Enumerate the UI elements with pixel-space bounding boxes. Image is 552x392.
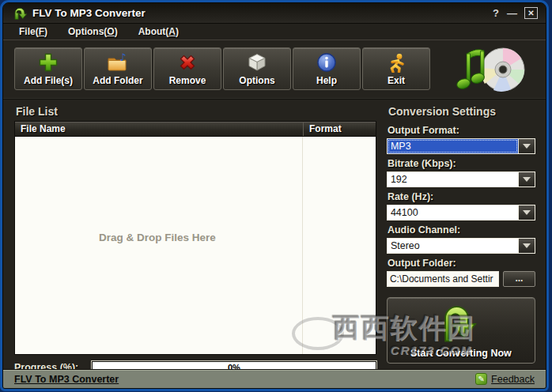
chevron-down-icon — [523, 210, 531, 215]
help-button[interactable]: Help — [293, 47, 361, 90]
output-format-label: Output Format: — [388, 125, 535, 136]
rate-select[interactable]: 44100 — [387, 205, 535, 220]
window-title: FLV To MP3 Converter — [32, 7, 146, 19]
remove-button[interactable]: Remove — [153, 47, 221, 90]
menu-options[interactable]: Options(O) — [68, 26, 118, 37]
minimize-button[interactable]: — — [507, 7, 516, 19]
help-titlebar-button[interactable]: ? — [493, 7, 499, 19]
drag-drop-hint: Drag & Drop Files Here — [15, 232, 300, 243]
output-format-select[interactable]: MP3 — [387, 138, 535, 154]
file-list-title: File List — [14, 103, 376, 121]
rate-value: 44100 — [388, 205, 518, 220]
feedback-link-wrap[interactable]: ✎ Feedback — [475, 373, 535, 385]
output-folder-label: Output Folder: — [388, 258, 535, 269]
menu-bar: File(F) Options(O) About(A) — [3, 24, 546, 40]
column-header-format[interactable]: Format — [303, 122, 376, 136]
file-list-table[interactable]: File Name Format Drag & Drop Files Here — [14, 121, 376, 355]
menu-file[interactable]: File(F) — [19, 26, 47, 37]
audio-channel-select[interactable]: Stereo — [387, 238, 535, 254]
column-divider — [302, 137, 303, 354]
remove-icon — [177, 51, 198, 74]
add-folder-button[interactable]: ♪ Add Folder — [84, 47, 152, 90]
add-files-icon — [38, 51, 59, 74]
convert-arrow-icon — [438, 300, 484, 345]
output-format-dropdown-button[interactable] — [518, 139, 535, 153]
app-logo-icon — [13, 6, 27, 21]
audio-channel-dropdown-button[interactable] — [518, 239, 535, 253]
add-files-button[interactable]: Add File(s) — [14, 47, 82, 90]
exit-icon — [386, 51, 406, 74]
output-folder-field[interactable] — [387, 271, 499, 287]
bitrate-dropdown-button[interactable] — [518, 172, 535, 187]
svg-text:♪: ♪ — [119, 52, 126, 63]
options-button[interactable]: Options — [223, 47, 291, 90]
app-window: FLV To MP3 Converter ? — ✕ File(F) Optio… — [2, 2, 546, 389]
chevron-down-icon — [523, 144, 531, 149]
conversion-settings-title: Conversion Settings — [387, 103, 535, 121]
feedback-pen-icon: ✎ — [475, 373, 487, 385]
start-converting-label: Start Converting Now — [388, 348, 535, 359]
rate-label: Rate (Hz): — [388, 191, 535, 202]
menu-about[interactable]: About(A) — [138, 26, 179, 37]
feedback-link[interactable]: Feedback — [491, 374, 535, 385]
options-icon — [247, 51, 267, 74]
toolbar: Add File(s) ♪ Add Folder — [3, 40, 546, 100]
bitrate-label: Bitrate (Kbps): — [388, 158, 535, 169]
audio-channel-label: Audio Channel: — [388, 224, 535, 236]
bitrate-select[interactable]: 192 — [387, 172, 535, 187]
file-list-header: File Name Format — [15, 122, 376, 137]
titlebar: FLV To MP3 Converter ? — ✕ — [3, 3, 546, 24]
output-format-value: MP3 — [388, 139, 518, 153]
close-button[interactable]: ✕ — [524, 7, 538, 19]
audio-channel-value: Stereo — [388, 239, 518, 253]
column-header-file-name[interactable]: File Name — [15, 122, 303, 136]
browse-folder-button[interactable]: ... — [503, 271, 535, 287]
music-note-cd-icon — [449, 44, 536, 93]
start-converting-button[interactable]: Start Converting Now — [387, 297, 535, 364]
status-bar: FLV To MP3 Converter ✎ Feedback — [3, 369, 546, 388]
bitrate-value: 192 — [388, 172, 518, 187]
app-homepage-link[interactable]: FLV To MP3 Converter — [14, 374, 119, 385]
chevron-down-icon — [523, 243, 531, 248]
chevron-down-icon — [523, 177, 531, 182]
help-icon — [316, 51, 337, 74]
rate-dropdown-button[interactable] — [518, 205, 535, 220]
add-folder-icon: ♪ — [106, 51, 130, 74]
file-list-body[interactable]: Drag & Drop Files Here — [15, 137, 376, 354]
exit-button[interactable]: Exit — [362, 47, 430, 90]
